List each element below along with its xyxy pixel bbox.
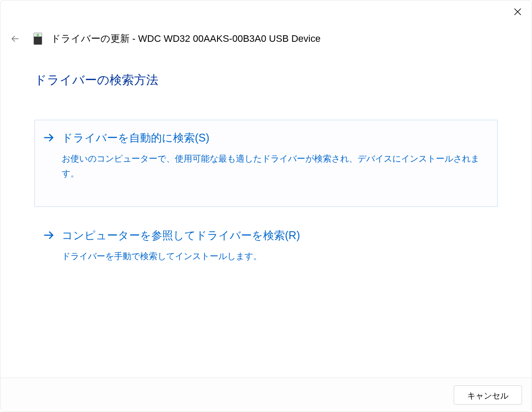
arrow-right-icon [43,132,55,145]
back-button[interactable] [8,32,22,46]
arrow-right-icon [43,229,55,243]
option-text: コンピューターを参照してドライバーを検索(R) ドライバーを手動で検索してインス… [62,228,485,263]
option-browse-computer[interactable]: コンピューターを参照してドライバーを検索(R) ドライバーを手動で検索してインス… [34,217,498,274]
option-title: コンピューターを参照してドライバーを検索(R) [62,228,485,243]
dialog-title: ドライバーの更新 - WDC WD32 00AAKS-00B3A0 USB De… [51,32,321,45]
content-area: ドライバーの検索方法 ドライバーを自動的に検索(S) お使いのコンピューターで、… [0,46,532,378]
option-text: ドライバーを自動的に検索(S) お使いのコンピューターで、使用可能な最も適したド… [62,131,485,181]
close-icon [513,7,522,17]
option-description: ドライバーを手動で検索してインストールします。 [62,249,485,263]
footer: キャンセル [0,378,532,412]
option-title: ドライバーを自動的に検索(S) [62,131,485,145]
close-button[interactable] [512,6,524,18]
header-row: ドライバーの更新 - WDC WD32 00AAKS-00B3A0 USB De… [0,21,532,46]
cancel-button[interactable]: キャンセル [454,385,522,405]
arrow-left-icon [10,34,20,44]
option-description: お使いのコンピューターで、使用可能な最も適したドライバーが検索され、デバイスにイ… [62,151,485,181]
driver-update-dialog: ドライバーの更新 - WDC WD32 00AAKS-00B3A0 USB De… [0,0,532,412]
titlebar [0,0,532,21]
option-auto-search[interactable]: ドライバーを自動的に検索(S) お使いのコンピューターで、使用可能な最も適したド… [34,120,498,207]
device-icon [33,33,42,45]
section-heading: ドライバーの検索方法 [34,72,498,88]
